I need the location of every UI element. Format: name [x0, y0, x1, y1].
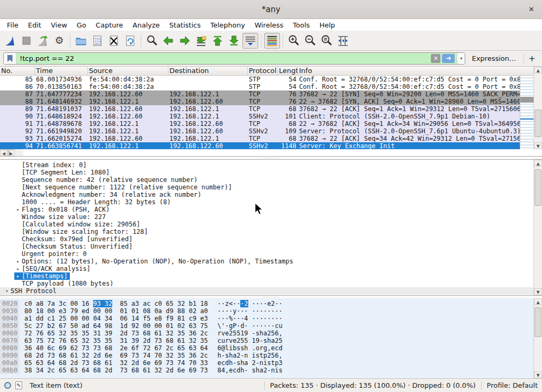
packet-row-88[interactable]: 8871.648146932192.168.122.1192.168.122.6… — [0, 98, 520, 105]
packet-row-92[interactable]: 9271.661949820192.168.122.1192.168.122.6… — [0, 127, 520, 135]
hex-row-0050[interactable]: 00505c 27 b2 67 50 ad 64 98 1d 92 00 00 … — [0, 322, 534, 330]
menu-item-analyze[interactable]: Analyze — [128, 20, 165, 30]
close-icon[interactable]: ✕ — [526, 4, 537, 15]
column-header-time[interactable]: Time — [35, 67, 88, 75]
capture-options-icon[interactable]: ⚙ — [51, 33, 67, 49]
menu-item-view[interactable]: View — [46, 20, 72, 30]
colorize-packets-icon[interactable] — [264, 33, 280, 49]
packet-row-90[interactable]: 9071.648618924192.168.122.60192.168.122.… — [0, 113, 520, 120]
column-header-destination[interactable]: Destination — [168, 67, 248, 75]
column-header-info[interactable]: Info — [298, 67, 534, 75]
hex-ascii[interactable]: ecdh-sha 2-nistp3 — [218, 359, 283, 367]
find-packet-icon[interactable] — [144, 33, 160, 49]
zoom-in-icon[interactable] — [286, 33, 302, 49]
detail-line[interactable]: 1000 .... = Header Length: 32 bytes (8) — [0, 198, 534, 206]
detail-line[interactable]: TCP payload (1080 bytes) — [0, 280, 534, 287]
scroll-down-icon[interactable]: ▼ — [534, 371, 542, 378]
column-header-source[interactable]: Source — [88, 67, 168, 75]
detail-line[interactable]: [Window size scaling factor: 128] — [0, 228, 534, 235]
hex-row-0090[interactable]: 009068 2d 73 68 61 32 2d 6e 69 73 74 70 … — [0, 352, 534, 359]
packet-list-minimap[interactable] — [520, 76, 534, 149]
filter-clear-icon[interactable]: ✕ — [431, 54, 440, 63]
hex-ascii[interactable]: ··z<···2 ····e2·· — [218, 300, 283, 307]
hex-row-0030[interactable]: 003080 18 00 e3 79 ed 00 00 01 01 08 0a … — [0, 307, 534, 315]
detail-line[interactable]: ▸[Timestamps] — [0, 272, 534, 280]
details-vscrollbar[interactable]: ▲ ▼ — [534, 160, 542, 295]
collapsed-arrow-icon[interactable]: ▸ — [14, 258, 22, 265]
menu-item-wireless[interactable]: Wireless — [250, 20, 288, 30]
scroll-down-icon[interactable]: ▼ — [534, 142, 542, 149]
hex-bytes[interactable]: 80 18 00 e3 79 ed 00 00 01 01 08 0a d9 8… — [24, 307, 208, 315]
hex-row-0060[interactable]: 006072 76 65 32 35 35 31 39 2d 73 68 61 … — [0, 330, 534, 337]
close-file-icon[interactable] — [106, 33, 122, 49]
detail-line[interactable]: [Calculated window size: 29056] — [0, 221, 534, 228]
bytes-vscrollbar[interactable]: ▲ ▼ — [534, 298, 542, 378]
packet-list-hscrollbar[interactable]: ◀ ▶ — [0, 149, 15, 156]
display-filter-input[interactable]: !tcp.port == 22 — [16, 53, 429, 64]
collapsed-arrow-icon[interactable]: ▸ — [14, 265, 22, 272]
packet-row-86[interactable]: 8670.013850163fe:54:00:d4:38:2aSTP54Conf… — [0, 83, 520, 90]
status-profile[interactable]: Profile: Default — [487, 381, 538, 389]
filter-apply-icon[interactable]: ➜ — [442, 54, 455, 63]
expanded-arrow-icon[interactable]: ▾ — [3, 287, 11, 295]
detail-line[interactable]: Urgent pointer: 0 — [0, 250, 534, 258]
hex-ascii[interactable]: \'·gP·d· ······cu — [218, 322, 283, 330]
filter-bookmark-icon[interactable] — [4, 53, 16, 64]
hex-row-00b0[interactable]: 00b038 34 2c 65 63 64 68 2d 73 68 61 32 … — [0, 367, 534, 374]
go-back-icon[interactable] — [160, 33, 176, 49]
hex-row-0040[interactable]: 0040a1 dd c1 25 00 00 04 34 06 14 f5 e8 … — [0, 315, 534, 322]
hex-row-0080[interactable]: 008036 40 6c 69 62 73 73 68 2e 6f 72 67 … — [0, 344, 534, 352]
start-capture-icon[interactable] — [2, 33, 18, 49]
menu-item-capture[interactable]: Capture — [91, 20, 128, 30]
menu-item-file[interactable]: File — [2, 20, 23, 30]
auto-scroll-icon[interactable] — [242, 33, 258, 49]
add-filter-button[interactable]: + — [525, 54, 539, 63]
hex-row-0020[interactable]: 0020c0 a8 7a 3c 00 16 93 32 85 a3 ac c0 … — [0, 300, 534, 307]
menu-item-statistics[interactable]: Statistics — [165, 20, 205, 30]
packet-row-85[interactable]: 8568.001734936fe:54:00:d4:38:2aSTP54Conf… — [0, 76, 520, 83]
column-header-length[interactable]: Length — [278, 67, 298, 75]
detail-line[interactable]: Sequence number: 42 (relative sequence n… — [0, 176, 534, 184]
hex-ascii[interactable]: 6@libssh .org,ecd — [218, 344, 283, 352]
collapsed-arrow-icon[interactable]: ▸ — [14, 206, 22, 213]
menu-item-tools[interactable]: Tools — [288, 20, 314, 30]
go-to-packet-icon[interactable] — [193, 33, 209, 49]
packet-row-93[interactable]: 9371.662015274192.168.122.60192.168.122.… — [0, 135, 520, 142]
hex-bytes[interactable]: 72 76 65 32 35 35 31 39 2d 73 68 61 32 3… — [24, 330, 208, 337]
detail-line[interactable]: ▸[SEQ/ACK analysis] — [0, 265, 534, 272]
hex-bytes[interactable]: c0 a8 7a 3c 00 16 93 32 85 a3 ac c0 65 3… — [24, 300, 208, 307]
hex-bytes[interactable]: 5c 27 b2 67 50 ad 64 98 1d 92 00 00 01 0… — [24, 322, 208, 330]
menu-item-help[interactable]: Help — [314, 20, 340, 30]
hex-ascii[interactable]: rve25519 -sha256, — [218, 330, 283, 337]
detail-line[interactable]: [Checksum Status: Unverified] — [0, 243, 534, 250]
hex-ascii[interactable]: 84,ecdh- sha2-nis — [218, 367, 283, 374]
hex-bytes[interactable]: a1 dd c1 25 00 00 04 34 06 14 f5 e8 f9 8… — [24, 315, 208, 322]
stop-capture-icon[interactable] — [19, 33, 34, 49]
capture-comment-icon[interactable]: ✎ — [15, 381, 22, 389]
detail-line[interactable]: [Next sequence number: 1122 (relative se… — [0, 184, 534, 191]
detail-line[interactable]: [TCP Segment Len: 1080] — [0, 169, 534, 176]
open-file-icon[interactable] — [73, 33, 89, 49]
hex-bytes[interactable]: 63 75 72 76 65 32 35 35 31 39 2d 73 68 6… — [24, 337, 208, 344]
reload-file-icon[interactable] — [122, 33, 138, 49]
go-last-packet-icon[interactable] — [226, 33, 242, 49]
filter-history-caret-icon[interactable]: ▾ — [457, 53, 465, 64]
scroll-down-icon[interactable]: ▼ — [534, 288, 542, 295]
packet-row-89[interactable]: 8971.648191037192.168.122.60192.168.122.… — [0, 105, 520, 113]
display-filter-field[interactable]: !tcp.port == 22 ✕ ➜ ▾ — [3, 52, 465, 65]
menu-item-edit[interactable]: Edit — [23, 20, 46, 30]
collapsed-arrow-icon[interactable]: ▸ — [14, 295, 22, 295]
column-header-no[interactable]: No. — [0, 67, 35, 75]
expression-button[interactable]: Expression… — [465, 54, 522, 62]
hex-bytes[interactable]: 38 34 2c 65 63 64 68 2d 73 68 61 32 2d 6… — [24, 367, 208, 374]
hex-ascii[interactable]: ····y··· ········ — [218, 307, 283, 315]
column-header-protocol[interactable]: Protocol — [248, 67, 278, 75]
scroll-up-icon[interactable]: ▲ — [534, 298, 542, 305]
hex-ascii[interactable]: h-sha2-n istp256, — [218, 352, 283, 359]
zoom-out-icon[interactable] — [302, 33, 318, 49]
packet-row-87[interactable]: 8771.647777234192.168.122.60192.168.122.… — [0, 90, 520, 98]
hex-row-00a0[interactable]: 00a065 63 64 68 2d 73 68 61 32 2d 6e 69 … — [0, 359, 534, 367]
packet-row-94[interactable]: 9471.663856741192.168.122.1192.168.122.6… — [0, 142, 520, 149]
detail-line[interactable]: Checksum: 0x79ed [unverified] — [0, 235, 534, 243]
hex-bytes[interactable]: 65 63 64 68 2d 73 68 61 32 2d 6e 69 73 7… — [24, 359, 208, 367]
